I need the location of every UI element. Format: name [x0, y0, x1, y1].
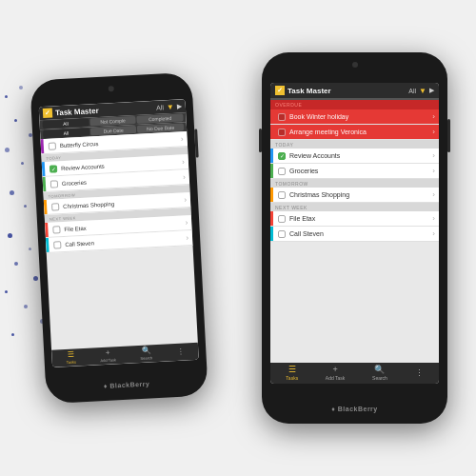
task-chevron-butterfly: › — [181, 134, 184, 143]
check-review-left[interactable]: ✓ — [50, 165, 57, 172]
camera-left — [109, 86, 114, 91]
chevron-groceries-right: › — [432, 167, 435, 175]
check-file-right[interactable] — [278, 215, 286, 223]
task-bookwinter[interactable]: Book Winter holiday › — [270, 109, 439, 125]
chevron-groceries-left: › — [183, 172, 186, 181]
section-today-right: TODAY — [270, 140, 439, 149]
text-review-left: Review Accounts — [61, 159, 182, 171]
dot — [5, 148, 10, 152]
dot — [21, 162, 24, 165]
check-bookwinter[interactable] — [278, 113, 286, 121]
color-callsteven-left — [46, 238, 50, 252]
left-header-controls: All ▼ ▶ — [156, 102, 182, 111]
side-button-right-phone-r — [447, 119, 450, 152]
chevron-christmas-right: › — [432, 190, 435, 199]
check-callsteven-left[interactable] — [53, 241, 61, 248]
task-color-bar — [40, 139, 44, 153]
dot — [10, 190, 14, 195]
chevron-christmas-left: › — [184, 195, 187, 204]
text-groceries-left: Groceries — [62, 174, 183, 187]
dot — [8, 233, 12, 238]
text-file-left: File Etax — [64, 220, 185, 232]
chevron-file-left: › — [185, 218, 188, 227]
task-review-right[interactable]: ✓ Review Accounts › — [270, 149, 439, 164]
dot — [29, 248, 31, 250]
right-title-icon: ✓ — [275, 86, 285, 95]
camera-right — [352, 62, 358, 68]
task-file-right[interactable]: File Etax › — [270, 211, 439, 227]
text-callsteven-right: Call Steven — [289, 230, 432, 237]
task-callsteven-right[interactable]: Call Steven › — [270, 227, 439, 242]
color-groceries-left — [43, 177, 47, 191]
bb-logo-left: ♦ BlackBerry — [104, 381, 150, 390]
left-screen: ✓ Task Master All ▼ ▶ All Not Comple Com… — [39, 99, 199, 367]
text-review-right: Review Accounts — [289, 152, 432, 159]
check-review-right[interactable]: ✓ — [278, 152, 286, 160]
right-header-controls: All ▼ ▶ — [408, 87, 434, 95]
scene: ✓ Task Master All ▼ ▶ All Not Comple Com… — [0, 0, 476, 476]
toolbar-tasks-left[interactable]: ☰ Tasks — [66, 351, 76, 366]
dot — [19, 86, 23, 89]
filter-icon-right: ▼ — [419, 87, 426, 95]
text-christmas-left: Christmas Shopping — [63, 197, 184, 209]
task-arrange[interactable]: Arrange meeting Veronica › — [270, 125, 439, 140]
side-button-left-phone — [194, 129, 199, 158]
tasks-icon-left: ☰ — [68, 351, 74, 359]
check-callsteven-right[interactable] — [278, 230, 286, 238]
task-groceries-right[interactable]: Groceries › — [270, 164, 439, 179]
text-christmas-right: Christmas Shopping — [289, 191, 432, 198]
bb-logo-right: ♦ BlackBerry — [331, 406, 378, 412]
phone-right: ✓ Task Master All ▼ ▶ OVERDUE Book Winte… — [262, 52, 447, 424]
tasks-icon-right: ☰ — [288, 366, 296, 374]
dot — [24, 205, 27, 208]
text-file-right: File Etax — [289, 215, 432, 222]
color-callsteven-right — [270, 227, 273, 241]
dot — [5, 95, 8, 98]
left-title-icon: ✓ — [43, 108, 53, 118]
search-icon-left: 🔍 — [141, 347, 150, 355]
section-overdue: OVERDUE — [270, 100, 439, 109]
text-callsteven-left: Call Steven — [65, 235, 186, 248]
toolbar-search-left[interactable]: 🔍 Search — [140, 347, 152, 361]
chevron-bookwinter: › — [432, 112, 435, 121]
toolbar-addtask-right[interactable]: + Add Task — [326, 366, 345, 381]
right-app-header: ✓ Task Master All ▼ ▶ — [270, 83, 439, 98]
right-bottom-toolbar: ☰ Tasks + Add Task 🔍 Search ⋮ — [270, 363, 439, 384]
dot — [11, 333, 14, 336]
dot — [14, 119, 17, 122]
color-review-right — [270, 149, 273, 163]
chevron-callsteven-right: › — [432, 229, 435, 238]
task-christmas-right[interactable]: Christmas Shopping › — [270, 188, 439, 203]
section-nextweek-right: NEXT WEEK — [270, 203, 439, 211]
check-arrange[interactable] — [278, 129, 286, 136]
dot — [14, 262, 18, 266]
task-check-butterfly[interactable] — [49, 142, 56, 149]
toolbar-search-right[interactable]: 🔍 Search — [372, 366, 387, 381]
chevron-review-left: › — [182, 157, 185, 166]
left-bottom-toolbar: ☰ Tasks + Add Task 🔍 Search ⋮ — [51, 343, 199, 367]
color-review-left — [42, 162, 46, 176]
chevron-review-right: › — [432, 151, 435, 160]
chevron-arrange: › — [432, 128, 435, 136]
chevron-callsteven-left: › — [186, 233, 188, 242]
color-christmas-right — [270, 188, 273, 202]
check-file-left[interactable] — [52, 226, 60, 233]
task-text-butterfly: Butterfly Circus — [60, 136, 181, 149]
more-icon-right: ⋮ — [415, 369, 424, 378]
check-christmas-left[interactable] — [51, 203, 59, 210]
check-groceries-right[interactable] — [278, 168, 286, 175]
filter-icon-left: ▼ — [167, 102, 174, 110]
toolbar-more-right[interactable]: ⋮ — [415, 369, 424, 378]
dot — [24, 305, 28, 308]
search-icon-right: 🔍 — [374, 366, 385, 374]
toolbar-addtask-left[interactable]: + Add Task — [100, 348, 116, 363]
text-bookwinter: Book Winter holiday — [289, 113, 432, 120]
toolbar-more-left[interactable]: ⋮ — [176, 348, 184, 356]
toolbar-tasks-right[interactable]: ☰ Tasks — [286, 366, 298, 381]
right-screen: ✓ Task Master All ▼ ▶ OVERDUE Book Winte… — [270, 83, 439, 384]
dot — [33, 276, 38, 281]
check-groceries-left[interactable] — [50, 180, 58, 188]
section-tomorrow-right: TOMORROW — [270, 179, 439, 188]
addtask-icon-left: + — [106, 349, 110, 357]
check-christmas-right[interactable] — [278, 191, 286, 199]
